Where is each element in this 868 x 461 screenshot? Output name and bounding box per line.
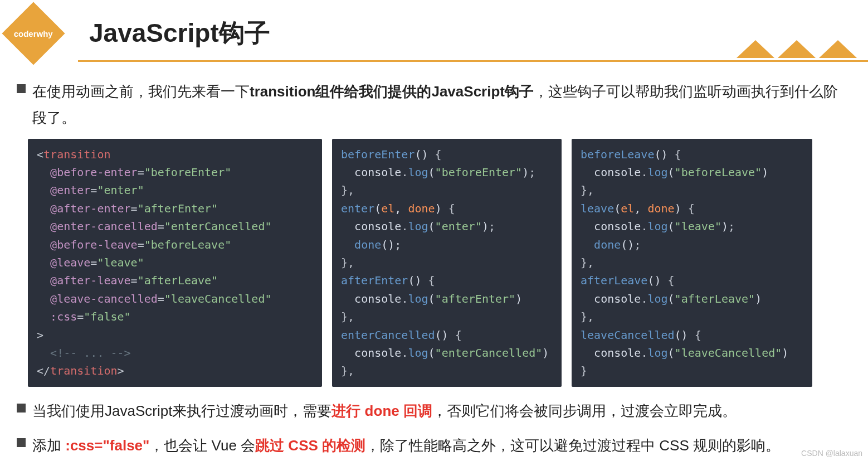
fn-name: afterLeave bbox=[581, 274, 647, 287]
bullet-1-text: 在使用动画之前，我们先来看一下transition组件给我们提供的JavaScr… bbox=[32, 79, 851, 131]
attr-name: enter bbox=[57, 183, 90, 197]
log-str: beforeLeave bbox=[681, 166, 755, 179]
log-str: afterLeave bbox=[681, 292, 748, 305]
bullet-2-text: 当我们使用JavaScript来执行过渡动画时，需要进行 done 回调，否则它… bbox=[32, 398, 737, 424]
fn-name: leave bbox=[581, 202, 614, 215]
bullet-3-text: 添加 :css="false"，也会让 Vue 会跳过 CSS 的检测，除了性能… bbox=[32, 433, 780, 459]
fn-name: afterEnter bbox=[341, 274, 408, 287]
bullet-square-icon bbox=[17, 438, 26, 447]
obj: console bbox=[594, 346, 641, 360]
method: log bbox=[647, 166, 667, 179]
method: log bbox=[408, 346, 428, 360]
attr-val: false bbox=[90, 310, 124, 323]
bullet-square-icon bbox=[17, 404, 26, 413]
method: log bbox=[647, 346, 667, 360]
bullet-2-pre: 当我们使用JavaScript来执行过渡动画时，需要 bbox=[32, 402, 331, 419]
method: log bbox=[408, 166, 428, 179]
log-str: afterEnter bbox=[442, 292, 509, 305]
method: log bbox=[647, 292, 667, 305]
code-block-1: <transition @before-enter="beforeEnter" … bbox=[28, 139, 322, 387]
param: done bbox=[647, 202, 674, 215]
param: done bbox=[408, 202, 435, 215]
bullet-square-icon bbox=[17, 84, 26, 93]
triangle-icon bbox=[819, 40, 857, 58]
logo-diamond: coderwhy bbox=[2, 2, 65, 65]
bullet-3-post: ，除了性能略高之外，这可以避免过渡过程中 CSS 规则的影响。 bbox=[365, 437, 780, 454]
tag-open: transition bbox=[43, 148, 110, 161]
log-str: enter bbox=[442, 220, 475, 233]
bullet-3-red2: 跳过 CSS 的检测 bbox=[255, 437, 365, 454]
bullet-3: 添加 :css="false"，也会让 Vue 会跳过 CSS 的检测，除了性能… bbox=[17, 433, 851, 459]
bullet-1: 在使用动画之前，我们先来看一下transition组件给我们提供的JavaScr… bbox=[17, 79, 851, 131]
bullet-2-post: ，否则它们将会被同步调用，过渡会立即完成。 bbox=[432, 402, 737, 419]
attr-val: beforeLeave bbox=[151, 238, 225, 251]
watermark: CSDN @lalaxuan bbox=[801, 449, 862, 458]
attr-name: css bbox=[57, 310, 77, 323]
bullet-3-mid: ，也会让 Vue 会 bbox=[149, 437, 255, 454]
obj: console bbox=[594, 292, 641, 305]
triangle-icon bbox=[737, 40, 774, 58]
attr-val: leaveCancelled bbox=[171, 292, 265, 305]
bullet-2: 当我们使用JavaScript来执行过渡动画时，需要进行 done 回调，否则它… bbox=[17, 398, 851, 424]
obj: console bbox=[594, 166, 641, 179]
attr-name: leave bbox=[57, 256, 90, 269]
attr-name: enter-cancelled bbox=[57, 220, 158, 233]
code-block-3: beforeLeave() { console.log("beforeLeave… bbox=[572, 139, 812, 387]
method: log bbox=[408, 220, 428, 233]
log-str: leave bbox=[681, 220, 715, 233]
log-str: leaveCancelled bbox=[681, 346, 776, 360]
log-str: enterCancelled bbox=[442, 346, 536, 360]
code-comment: <!-- ... --> bbox=[50, 346, 131, 360]
bullet-1-bold: transition组件给我们提供的JavaScript钩子 bbox=[250, 83, 534, 100]
attr-val: enter bbox=[104, 183, 137, 197]
bullet-3-red1: :css="false" bbox=[65, 437, 149, 454]
method: log bbox=[408, 292, 428, 305]
attr-name: leave-cancelled bbox=[57, 292, 158, 305]
attr-val: beforeEnter bbox=[151, 166, 225, 179]
obj: console bbox=[354, 292, 401, 305]
attr-name: after-leave bbox=[57, 274, 130, 287]
bullet-2-red: 进行 done 回调 bbox=[331, 402, 432, 419]
attr-val: afterLeave bbox=[144, 274, 211, 287]
fn-name: beforeLeave bbox=[581, 148, 654, 161]
obj: console bbox=[354, 166, 401, 179]
attr-name: after-enter bbox=[57, 202, 130, 215]
obj: console bbox=[354, 346, 401, 360]
log-str: beforeEnter bbox=[442, 166, 515, 179]
fn-name: leaveCancelled bbox=[581, 328, 675, 342]
code-row: <transition @before-enter="beforeEnter" … bbox=[28, 139, 851, 387]
decor-triangles bbox=[737, 40, 857, 58]
method: log bbox=[647, 220, 667, 233]
fn-name: enter bbox=[341, 202, 374, 215]
fn-call: done bbox=[594, 238, 621, 251]
code-block-2: beforeEnter() { console.log("beforeEnter… bbox=[332, 139, 562, 387]
tag-close: transition bbox=[50, 364, 117, 377]
logo-text: coderwhy bbox=[14, 29, 53, 38]
obj: console bbox=[354, 220, 401, 233]
slide-content: 在使用动画之前，我们先来看一下transition组件给我们提供的JavaScr… bbox=[0, 62, 868, 459]
attr-val: leave bbox=[104, 256, 137, 269]
fn-call: done bbox=[354, 238, 381, 251]
slide-title: JavaScript钩子 bbox=[89, 16, 270, 51]
attr-val: afterEnter bbox=[144, 202, 211, 215]
bullet-1-pre: 在使用动画之前，我们先来看一下 bbox=[32, 83, 250, 100]
bullet-3-pre: 添加 bbox=[32, 437, 65, 454]
attr-name: before-leave bbox=[57, 238, 138, 251]
triangle-icon bbox=[778, 40, 816, 58]
fn-name: enterCancelled bbox=[341, 328, 435, 342]
param: el bbox=[381, 202, 394, 215]
attr-val: enterCancelled bbox=[171, 220, 265, 233]
obj: console bbox=[594, 220, 641, 233]
attr-name: before-enter bbox=[57, 166, 138, 179]
fn-name: beforeEnter bbox=[341, 148, 415, 161]
param: el bbox=[621, 202, 634, 215]
